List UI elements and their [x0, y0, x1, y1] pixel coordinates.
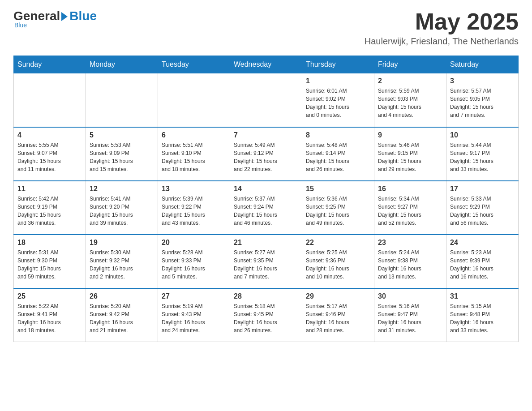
logo-subtitle: Blue	[14, 21, 27, 29]
day-number: 21	[234, 239, 298, 247]
col-header-saturday: Saturday	[446, 56, 519, 73]
day-info: Sunrise: 5:28 AMSunset: 9:33 PMDaylight:…	[162, 248, 226, 281]
cell-week4-day0: 18Sunrise: 5:31 AMSunset: 9:30 PMDayligh…	[14, 235, 86, 288]
cell-week2-day4: 8Sunrise: 5:48 AMSunset: 9:14 PMDaylight…	[302, 127, 374, 181]
cell-week3-day0: 11Sunrise: 5:42 AMSunset: 9:19 PMDayligh…	[14, 181, 86, 235]
cell-week1-day4: 1Sunrise: 6:01 AMSunset: 9:02 PMDaylight…	[302, 73, 374, 127]
day-number: 5	[90, 131, 154, 139]
day-number: 1	[306, 77, 370, 85]
cell-week4-day4: 22Sunrise: 5:25 AMSunset: 9:36 PMDayligh…	[302, 235, 374, 288]
day-info: Sunrise: 5:33 AMSunset: 9:29 PMDaylight:…	[450, 195, 515, 227]
cell-week5-day0: 25Sunrise: 5:22 AMSunset: 9:41 PMDayligh…	[14, 288, 86, 342]
cell-week3-day6: 17Sunrise: 5:33 AMSunset: 9:29 PMDayligh…	[446, 181, 519, 235]
cell-week1-day6: 3Sunrise: 5:57 AMSunset: 9:05 PMDaylight…	[446, 73, 519, 127]
col-header-thursday: Thursday	[302, 56, 374, 73]
logo-blue-text: Blue	[69, 9, 97, 23]
cell-week5-day4: 29Sunrise: 5:17 AMSunset: 9:46 PMDayligh…	[302, 288, 374, 342]
week-row-5: 25Sunrise: 5:22 AMSunset: 9:41 PMDayligh…	[14, 288, 519, 342]
day-number: 13	[162, 185, 226, 193]
cell-week3-day1: 12Sunrise: 5:41 AMSunset: 9:20 PMDayligh…	[86, 181, 158, 235]
day-headers-row: SundayMondayTuesdayWednesdayThursdayFrid…	[14, 56, 519, 73]
cell-week1-day0	[14, 73, 86, 127]
cell-week5-day5: 30Sunrise: 5:16 AMSunset: 9:47 PMDayligh…	[374, 288, 446, 342]
day-number: 18	[17, 239, 82, 247]
day-info: Sunrise: 5:30 AMSunset: 9:32 PMDaylight:…	[90, 248, 154, 281]
day-info: Sunrise: 5:31 AMSunset: 9:30 PMDaylight:…	[17, 248, 82, 281]
day-info: Sunrise: 5:25 AMSunset: 9:36 PMDaylight:…	[306, 248, 370, 281]
day-info: Sunrise: 5:34 AMSunset: 9:27 PMDaylight:…	[378, 195, 442, 227]
day-number: 4	[17, 131, 82, 139]
day-number: 12	[90, 185, 154, 193]
day-info: Sunrise: 5:17 AMSunset: 9:46 PMDaylight:…	[306, 302, 370, 334]
cell-week5-day6: 31Sunrise: 5:15 AMSunset: 9:48 PMDayligh…	[446, 288, 519, 342]
day-info: Sunrise: 6:01 AMSunset: 9:02 PMDaylight:…	[306, 87, 370, 119]
cell-week5-day2: 27Sunrise: 5:19 AMSunset: 9:43 PMDayligh…	[158, 288, 230, 342]
cell-week2-day1: 5Sunrise: 5:53 AMSunset: 9:09 PMDaylight…	[86, 127, 158, 181]
day-number: 28	[234, 292, 298, 300]
header-right: May 2025 Haulerwijk, Friesland, The Neth…	[365, 9, 519, 47]
cell-week1-day3	[230, 73, 302, 127]
day-number: 9	[378, 131, 442, 139]
cell-week5-day3: 28Sunrise: 5:18 AMSunset: 9:45 PMDayligh…	[230, 288, 302, 342]
location: Haulerwijk, Friesland, The Netherlands	[365, 36, 519, 47]
day-info: Sunrise: 5:42 AMSunset: 9:19 PMDaylight:…	[17, 195, 82, 227]
day-info: Sunrise: 5:19 AMSunset: 9:43 PMDaylight:…	[162, 302, 226, 334]
week-row-1: 1Sunrise: 6:01 AMSunset: 9:02 PMDaylight…	[14, 73, 519, 127]
logo: General Blue Blue	[13, 9, 97, 29]
day-info: Sunrise: 5:48 AMSunset: 9:14 PMDaylight:…	[306, 141, 370, 173]
day-info: Sunrise: 5:59 AMSunset: 9:03 PMDaylight:…	[378, 87, 442, 119]
day-info: Sunrise: 5:20 AMSunset: 9:42 PMDaylight:…	[90, 302, 154, 334]
day-info: Sunrise: 5:27 AMSunset: 9:35 PMDaylight:…	[234, 248, 298, 281]
day-number: 19	[90, 239, 154, 247]
week-row-3: 11Sunrise: 5:42 AMSunset: 9:19 PMDayligh…	[14, 181, 519, 235]
day-number: 23	[378, 239, 442, 247]
cell-week5-day1: 26Sunrise: 5:20 AMSunset: 9:42 PMDayligh…	[86, 288, 158, 342]
day-number: 7	[234, 131, 298, 139]
week-row-4: 18Sunrise: 5:31 AMSunset: 9:30 PMDayligh…	[14, 235, 519, 288]
page-header: General Blue Blue May 2025 Haulerwijk, F…	[13, 9, 519, 47]
cell-week4-day5: 23Sunrise: 5:24 AMSunset: 9:38 PMDayligh…	[374, 235, 446, 288]
day-info: Sunrise: 5:22 AMSunset: 9:41 PMDaylight:…	[17, 302, 82, 334]
cell-week4-day1: 19Sunrise: 5:30 AMSunset: 9:32 PMDayligh…	[86, 235, 158, 288]
day-number: 31	[450, 292, 515, 300]
day-info: Sunrise: 5:57 AMSunset: 9:05 PMDaylight:…	[450, 87, 515, 119]
cell-week2-day6: 10Sunrise: 5:44 AMSunset: 9:17 PMDayligh…	[446, 127, 519, 181]
cell-week3-day5: 16Sunrise: 5:34 AMSunset: 9:27 PMDayligh…	[374, 181, 446, 235]
cell-week1-day1	[86, 73, 158, 127]
day-info: Sunrise: 5:23 AMSunset: 9:39 PMDaylight:…	[450, 248, 515, 281]
cell-week3-day2: 13Sunrise: 5:39 AMSunset: 9:22 PMDayligh…	[158, 181, 230, 235]
day-info: Sunrise: 5:39 AMSunset: 9:22 PMDaylight:…	[162, 195, 226, 227]
col-header-wednesday: Wednesday	[230, 56, 302, 73]
cell-week3-day3: 14Sunrise: 5:37 AMSunset: 9:24 PMDayligh…	[230, 181, 302, 235]
calendar-table: SundayMondayTuesdayWednesdayThursdayFrid…	[13, 56, 519, 342]
day-number: 8	[306, 131, 370, 139]
day-number: 20	[162, 239, 226, 247]
col-header-tuesday: Tuesday	[158, 56, 230, 73]
cell-week4-day3: 21Sunrise: 5:27 AMSunset: 9:35 PMDayligh…	[230, 235, 302, 288]
calendar-header: SundayMondayTuesdayWednesdayThursdayFrid…	[14, 56, 519, 73]
day-number: 24	[450, 239, 515, 247]
day-number: 10	[450, 131, 515, 139]
cell-week3-day4: 15Sunrise: 5:36 AMSunset: 9:25 PMDayligh…	[302, 181, 374, 235]
col-header-friday: Friday	[374, 56, 446, 73]
day-info: Sunrise: 5:53 AMSunset: 9:09 PMDaylight:…	[90, 141, 154, 173]
day-number: 14	[234, 185, 298, 193]
day-info: Sunrise: 5:55 AMSunset: 9:07 PMDaylight:…	[17, 141, 82, 173]
day-info: Sunrise: 5:18 AMSunset: 9:45 PMDaylight:…	[234, 302, 298, 334]
day-info: Sunrise: 5:44 AMSunset: 9:17 PMDaylight:…	[450, 141, 515, 173]
day-number: 15	[306, 185, 370, 193]
day-number: 11	[17, 185, 82, 193]
day-info: Sunrise: 5:41 AMSunset: 9:20 PMDaylight:…	[90, 195, 154, 227]
day-number: 6	[162, 131, 226, 139]
month-title: May 2025	[365, 9, 519, 34]
day-number: 26	[90, 292, 154, 300]
day-number: 22	[306, 239, 370, 247]
day-number: 3	[450, 77, 515, 85]
cell-week2-day2: 6Sunrise: 5:51 AMSunset: 9:10 PMDaylight…	[158, 127, 230, 181]
cell-week4-day6: 24Sunrise: 5:23 AMSunset: 9:39 PMDayligh…	[446, 235, 519, 288]
day-info: Sunrise: 5:37 AMSunset: 9:24 PMDaylight:…	[234, 195, 298, 227]
day-number: 16	[378, 185, 442, 193]
day-number: 29	[306, 292, 370, 300]
calendar-body: 1Sunrise: 6:01 AMSunset: 9:02 PMDaylight…	[14, 73, 519, 342]
day-info: Sunrise: 5:15 AMSunset: 9:48 PMDaylight:…	[450, 302, 515, 334]
